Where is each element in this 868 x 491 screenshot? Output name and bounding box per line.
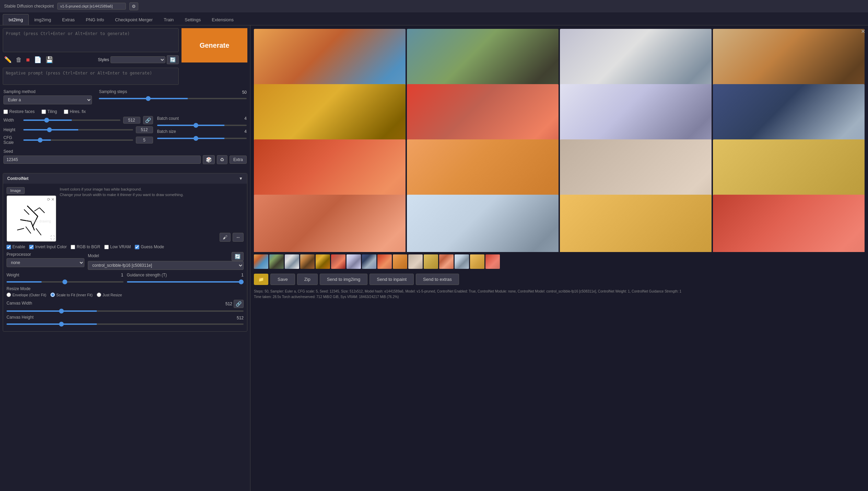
tab-extras[interactable]: Extras	[57, 14, 80, 25]
cn-rgb-bgr-checkbox[interactable]: RGB to BGR	[71, 244, 100, 249]
tiling-checkbox[interactable]: Tiling	[42, 109, 57, 114]
controlnet-header[interactable]: ControlNet ▼	[3, 173, 247, 184]
hires-fix-checkbox[interactable]: Hires. fix	[64, 109, 86, 114]
save-icon-btn[interactable]: 💾	[44, 55, 55, 65]
cn-low-vram-checkbox[interactable]: Low VRAM	[104, 244, 131, 249]
link-dimensions-btn[interactable]: 🔗	[143, 116, 153, 124]
folder-btn[interactable]: 📁	[254, 274, 268, 285]
red-square-icon-btn[interactable]: ■	[25, 55, 31, 65]
svg-line-4	[24, 209, 29, 215]
tab-settings[interactable]: Settings	[179, 14, 206, 25]
canvas-height-slider[interactable]	[7, 323, 244, 325]
sampling-steps-slider[interactable]	[99, 98, 247, 99]
seed-input[interactable]	[3, 156, 201, 164]
restore-faces-checkbox[interactable]: Restore faces	[3, 109, 35, 114]
gallery-image-15[interactable]	[560, 195, 712, 252]
thumbnail-8[interactable]	[362, 254, 376, 269]
thumbnail-3[interactable]	[285, 254, 299, 269]
width-value: 512	[123, 117, 140, 124]
tab-png-info[interactable]: PNG Info	[80, 14, 109, 25]
styles-refresh-btn[interactable]: 🔄	[167, 55, 179, 64]
tab-txt2img[interactable]: txt2img	[3, 14, 29, 25]
batch-count-value: 4	[233, 116, 247, 122]
checkpoint-input[interactable]	[57, 3, 126, 10]
tab-img2img[interactable]: img2img	[29, 14, 57, 25]
thumbnail-16[interactable]	[485, 254, 500, 269]
trash-icon-btn[interactable]: 🗑	[14, 55, 23, 65]
copy-icon-btn[interactable]: 📄	[33, 55, 43, 65]
width-slider[interactable]	[23, 119, 120, 121]
just-resize-radio[interactable]: Just Resize	[97, 293, 122, 297]
svg-text:Scribble drawing: Scribble drawing	[26, 219, 51, 223]
image-tab-btn[interactable]: Image	[7, 187, 25, 194]
brush-size-btn[interactable]: ↔	[233, 233, 244, 242]
gallery-image-14[interactable]	[407, 195, 559, 252]
thumbnail-9[interactable]	[377, 254, 392, 269]
thumbnail-15[interactable]	[470, 254, 484, 269]
positive-prompt-input[interactable]	[3, 28, 179, 52]
sampling-method-label: Sampling method	[3, 89, 92, 94]
tab-checkpoint-merger[interactable]: Checkpoint Merger	[109, 14, 158, 25]
recycle-icon-btn[interactable]: ♻	[217, 155, 227, 164]
thumbnail-7[interactable]	[347, 254, 361, 269]
weight-slider[interactable]	[7, 281, 124, 283]
model-select[interactable]: control_scribble-fp16 [c508311e]	[88, 261, 244, 270]
thumbnail-14[interactable]	[455, 254, 469, 269]
scale-to-fit-radio[interactable]: Scale to Fit (Inner Fit)	[50, 293, 93, 297]
extra-seed-btn[interactable]: Extra	[230, 156, 247, 164]
dice-icon-btn[interactable]: 🎲	[203, 155, 215, 164]
folder-icon: 📁	[258, 277, 264, 282]
thumbnail-10[interactable]	[393, 254, 407, 269]
thumbnail-12[interactable]	[424, 254, 438, 269]
batch-count-slider[interactable]	[157, 125, 247, 126]
cfg-scale-label: CFG Scale	[3, 135, 21, 145]
thumbnails-row	[250, 252, 868, 271]
action-buttons-row: 📁 Save Zip Send to img2img Send to inpai…	[250, 271, 868, 288]
tab-extensions[interactable]: Extensions	[206, 14, 239, 25]
positive-prompt-container	[3, 28, 179, 53]
send-inpaint-btn[interactable]: Send to inpaint	[370, 274, 414, 285]
save-btn[interactable]: Save	[270, 274, 295, 285]
batch-size-slider[interactable]	[157, 138, 247, 139]
batch-count-label: Batch count	[157, 116, 179, 121]
send-img2img-btn[interactable]: Send to img2img	[320, 274, 368, 285]
brush-thin-btn[interactable]: 🖌	[220, 233, 231, 242]
sampling-method-select[interactable]: Euler a	[3, 95, 92, 104]
canvas-width-slider[interactable]	[7, 310, 244, 312]
thumbnail-6[interactable]	[331, 254, 345, 269]
tab-train[interactable]: Train	[158, 14, 179, 25]
close-gallery-btn[interactable]: ✕	[861, 28, 865, 35]
preprocessor-select[interactable]: none	[7, 258, 84, 267]
generate-button[interactable]: Generate	[181, 28, 247, 62]
envelope-radio[interactable]: Envelope (Outer Fit)	[7, 293, 46, 297]
thumbnail-5[interactable]	[316, 254, 330, 269]
fullscreen-btn[interactable]: ⛶	[50, 235, 55, 240]
cn-guess-mode-checkbox[interactable]: Guess Mode	[135, 244, 164, 249]
zip-btn[interactable]: Zip	[297, 274, 318, 285]
cn-enable-checkbox[interactable]: Enable	[7, 244, 25, 249]
thumbnail-4[interactable]	[300, 254, 315, 269]
gallery-image-16[interactable]	[713, 195, 865, 252]
upload-image-btn[interactable]: ⟳	[47, 197, 50, 202]
paste-icon-btn[interactable]: ✏️	[3, 55, 13, 65]
settings-icon[interactable]: ⚙	[129, 2, 138, 10]
thumbnail-13[interactable]	[439, 254, 454, 269]
refresh-model-btn[interactable]: 🔄	[232, 252, 244, 261]
thumbnail-2[interactable]	[269, 254, 284, 269]
send-extras-btn[interactable]: Send to extras	[416, 274, 459, 285]
info-text-line1: Steps: 50, Sampler: Euler a, CFG scale: …	[254, 289, 865, 294]
controlnet-image-upload[interactable]: Scribble drawing ⟳ ✕ ⛶	[7, 195, 56, 242]
tab-bar: txt2img img2img Extras PNG Info Checkpoi…	[0, 12, 868, 25]
canvas-width-label: Canvas Width	[7, 301, 32, 306]
cfg-scale-slider[interactable]	[23, 139, 133, 141]
styles-select[interactable]	[110, 56, 165, 63]
guidance-slider[interactable]	[127, 281, 244, 283]
clear-image-btn[interactable]: ✕	[51, 197, 55, 202]
canvas-size-link-btn[interactable]: 🔗	[234, 300, 244, 308]
negative-prompt-input[interactable]	[3, 68, 179, 85]
cn-invert-color-checkbox[interactable]: Invert Input Color	[29, 244, 67, 249]
thumbnail-1[interactable]	[254, 254, 268, 269]
thumbnail-11[interactable]	[408, 254, 423, 269]
gallery-image-13[interactable]	[254, 195, 406, 252]
height-slider[interactable]	[23, 129, 133, 130]
